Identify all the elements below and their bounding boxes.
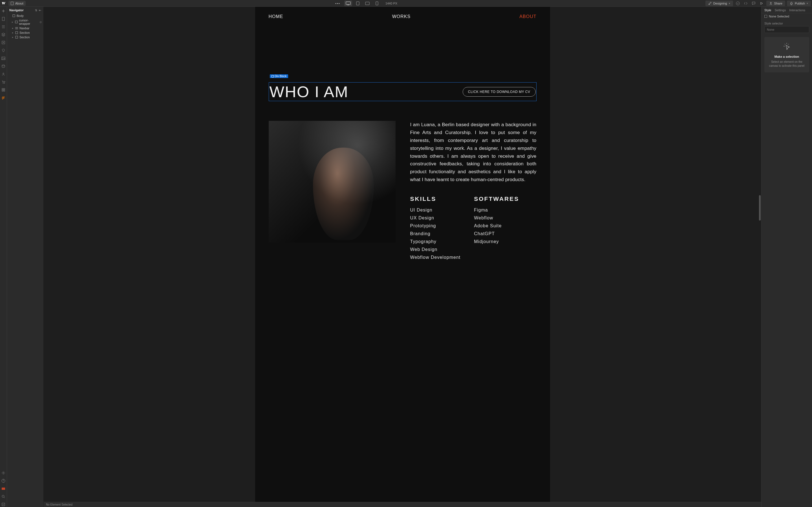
audit-icon[interactable] (1, 502, 6, 507)
webflow-logo-icon[interactable] (1, 1, 6, 6)
preview-play-icon[interactable] (758, 1, 765, 6)
list-item[interactable]: Branding (410, 230, 461, 238)
list-item[interactable]: Webflow (474, 214, 519, 222)
check-circle-icon[interactable] (735, 1, 741, 6)
tree-item[interactable]: ▸ cursor-wrapper ⊘ (8, 18, 43, 26)
tree-item[interactable]: ▸ Navbar (8, 26, 43, 31)
scrollbar-thumb[interactable] (759, 195, 761, 221)
svg-rect-1 (347, 5, 349, 5)
list-item[interactable]: UI Design (410, 206, 461, 214)
publish-button[interactable]: Publish ▾ (787, 1, 811, 6)
box-icon (15, 20, 18, 24)
navigator-expand-icon[interactable]: ⇅ (35, 9, 37, 12)
page-icon (11, 2, 13, 5)
tree-item[interactable]: ▸ Section (8, 31, 43, 35)
breakpoint-landscape-icon[interactable] (363, 1, 371, 6)
tab-settings[interactable]: Settings (774, 8, 786, 12)
add-element-icon[interactable] (1, 8, 6, 13)
expand-icon[interactable]: ▸ (11, 31, 14, 34)
site-canvas[interactable]: HOME WORKS ABOUT Div Block WHO I AM CLIC… (255, 7, 550, 502)
style-selector-input[interactable]: None (764, 26, 809, 33)
svg-rect-3 (365, 2, 369, 5)
site-navbar: HOME WORKS ABOUT (255, 7, 550, 19)
selection-text: None Selected (769, 15, 789, 18)
hero-divblock[interactable]: WHO I AM CLICK HERE TO DOWNLOAD MY CV (269, 82, 537, 101)
variables-icon[interactable] (1, 40, 6, 45)
expand-icon[interactable]: ▸ (11, 36, 14, 39)
breakpoint-width-label: 1440 PX (386, 2, 397, 5)
canvas-scrollbar[interactable] (759, 7, 761, 503)
tree-item[interactable]: ▸ Section (8, 35, 43, 40)
visibility-off-icon[interactable]: ⊘ (40, 20, 42, 24)
cursor-click-icon (782, 42, 792, 52)
navigator-collapse-icon[interactable]: ⇤ (39, 9, 41, 12)
nav-link-works[interactable]: WORKS (392, 14, 410, 19)
list-item[interactable]: Web Design (410, 245, 461, 253)
tree-body[interactable]: Body (8, 13, 43, 18)
list-item[interactable]: Midjourney (474, 238, 519, 245)
svg-rect-17 (2, 90, 3, 91)
svg-point-5 (736, 2, 740, 5)
left-rail: {F (0, 7, 7, 507)
tree-label: Navbar (19, 26, 29, 30)
expand-icon[interactable]: ▸ (11, 27, 14, 30)
svg-point-6 (770, 2, 771, 3)
list-item[interactable]: Adobe Suite (474, 222, 519, 230)
assets-icon[interactable] (1, 56, 6, 61)
tab-interactions[interactable]: Interactions (789, 8, 805, 12)
help-icon[interactable] (1, 478, 6, 483)
hero-title[interactable]: WHO I AM (269, 82, 349, 101)
style-selectors-icon[interactable] (1, 48, 6, 53)
profile-photo[interactable] (269, 121, 396, 242)
share-button[interactable]: Share (766, 1, 785, 6)
components-icon[interactable] (1, 32, 6, 37)
settings-gear-icon[interactable] (1, 470, 6, 475)
svg-rect-27 (15, 32, 18, 34)
apps-icon[interactable] (1, 87, 6, 93)
about-section: I am Luana, a Berlin based designer with… (269, 121, 537, 262)
svg-rect-18 (4, 90, 5, 91)
nav-link-home[interactable]: HOME (269, 14, 283, 19)
ecommerce-icon[interactable] (1, 79, 6, 84)
comment-icon[interactable] (751, 1, 757, 6)
cms-icon[interactable] (1, 64, 6, 69)
publish-label: Publish (795, 2, 805, 5)
skills-heading[interactable]: SKILLS (410, 195, 461, 202)
mode-designing-button[interactable]: Designing ▾ (705, 1, 733, 6)
finsweet-icon[interactable]: {F (1, 95, 6, 100)
selection-tag[interactable]: Div Block (270, 74, 289, 78)
list-item[interactable]: UX Design (410, 214, 461, 222)
expand-icon[interactable]: ▸ (11, 20, 13, 23)
svg-point-12 (3, 73, 4, 74)
tree-label: Section (19, 36, 30, 39)
svg-point-21 (3, 482, 4, 482)
navigator-icon[interactable] (1, 24, 6, 29)
share-label: Share (774, 2, 782, 5)
nav-link-about[interactable]: ABOUT (519, 14, 536, 19)
svg-rect-22 (2, 488, 5, 490)
list-item[interactable]: Figma (474, 206, 519, 214)
code-icon[interactable] (743, 1, 749, 6)
top-bar: About ••• 1440 PX Designing ▾ (0, 0, 812, 7)
box-icon (271, 75, 274, 77)
breakpoint-mobile-icon[interactable] (373, 1, 381, 6)
breakpoint-tablet-icon[interactable] (354, 1, 362, 6)
list-item[interactable]: Prototyping (410, 222, 461, 230)
softwares-heading[interactable]: SOFTWARES (474, 195, 519, 202)
status-bar: No Element Selected (44, 502, 761, 507)
list-item[interactable]: Typography (410, 238, 461, 245)
search-icon[interactable] (1, 494, 6, 499)
list-item[interactable]: ChatGPT (474, 230, 519, 238)
breakpoint-desktop-icon[interactable] (344, 1, 352, 6)
pages-icon[interactable] (1, 16, 6, 21)
page-selector[interactable]: About (8, 1, 26, 6)
video-icon[interactable] (1, 486, 6, 491)
download-cv-button[interactable]: CLICK HERE TO DOWNLOAD MY CV (463, 87, 536, 97)
svg-point-10 (3, 57, 3, 58)
list-item[interactable]: Webflow Development (410, 253, 461, 262)
users-icon[interactable] (1, 71, 6, 76)
tab-style[interactable]: Style (764, 8, 771, 12)
svg-point-13 (3, 83, 3, 83)
more-menu-icon[interactable]: ••• (334, 2, 342, 5)
bio-text[interactable]: I am Luana, a Berlin based designer with… (410, 121, 537, 184)
